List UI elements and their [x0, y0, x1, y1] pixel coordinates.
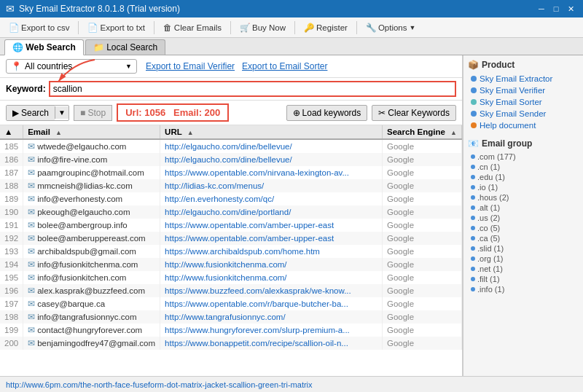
email-group-title: 📧 Email group — [468, 138, 579, 149]
row-url: https://www.opentable.com/nirvana-lexing… — [160, 166, 383, 179]
table-row[interactable]: 198 ✉info@tangrafusionnyc.com http://www… — [0, 310, 462, 324]
sort-icon: ▲ — [4, 128, 12, 136]
email-icon: ✉ — [28, 155, 35, 164]
product-dot — [471, 87, 477, 93]
email-group-item[interactable]: .slid (1) — [468, 243, 579, 254]
keyword-input[interactable] — [49, 81, 456, 97]
group-label: .io (1) — [477, 183, 498, 192]
product-item[interactable]: Sky Email Extractor — [468, 73, 579, 85]
table-row[interactable]: 188 ✉mmcneish@lidias-kc.com http://lidia… — [0, 179, 462, 192]
email-group-item[interactable]: .us (2) — [468, 213, 579, 223]
email-group-section: 📧 Email group .com (177).cn (1).edu (1).… — [468, 138, 579, 294]
row-email: ✉paamgroupinc@hotmail.com — [23, 166, 160, 179]
email-group-item[interactable]: .filt (1) — [468, 274, 579, 284]
group-dot — [471, 226, 475, 230]
col-url[interactable]: URL ▲ — [160, 125, 383, 139]
table-row[interactable]: 199 ✉contact@hungryforever.com https://w… — [0, 324, 462, 337]
table-body: 185 ✉wtwede@elgaucho.com http://elgaucho… — [0, 139, 462, 350]
email-group-item[interactable]: .info (1) — [468, 284, 579, 294]
group-label: .com (177) — [477, 152, 516, 161]
email-group-item[interactable]: .ca (5) — [468, 233, 579, 243]
email-group-item[interactable]: .cn (1) — [468, 162, 579, 172]
row-engine: Google — [382, 324, 461, 337]
load-keywords-button[interactable]: ⊕ Load keywords — [286, 105, 368, 121]
table-row[interactable]: 190 ✉pkeough@elgaucho.com http://elgauch… — [0, 205, 462, 219]
email-group-item[interactable]: .org (1) — [468, 254, 579, 264]
table-row[interactable]: 191 ✉bolee@ambergroup.info https://www.o… — [0, 219, 462, 232]
maximize-button[interactable]: □ — [549, 3, 563, 15]
table-row[interactable]: 187 ✉paamgroupinc@hotmail.com https://ww… — [0, 166, 462, 179]
tab-bar: 🌐 Web Search 📁 Local Search — [0, 38, 583, 55]
app-title: Sky Email Extractor 8.0.1.8 (Trial versi… — [19, 4, 180, 14]
product-item[interactable]: Help document — [468, 119, 579, 131]
row-engine: Google — [382, 153, 461, 166]
minimize-button[interactable]: ─ — [535, 3, 548, 15]
row-email: ✉alex.kasprak@buzzfeed.com — [23, 284, 160, 297]
group-label: .net (1) — [477, 264, 503, 273]
tab-local-search[interactable]: 📁 Local Search — [85, 39, 165, 55]
email-icon: ✉ — [28, 247, 35, 256]
clear-keywords-button[interactable]: ✂ Clear Keywords — [372, 105, 456, 121]
table-row[interactable]: 196 ✉alex.kasprak@buzzfeed.com https://w… — [0, 284, 462, 297]
export-csv-button[interactable]: 📄 Export to csv — [4, 21, 74, 34]
col-engine[interactable]: Search Engine ▲ — [382, 125, 461, 139]
email-group-item[interactable]: .hous (2) — [468, 192, 579, 203]
close-button[interactable]: ✕ — [564, 3, 577, 15]
product-dot — [471, 76, 477, 82]
email-group-item[interactable]: .com (177) — [468, 152, 579, 162]
table-row[interactable]: 185 ✉wtwede@elgaucho.com http://elgaucho… — [0, 139, 462, 153]
email-group-item[interactable]: .net (1) — [468, 264, 579, 274]
options-button[interactable]: 🔧 Options ▼ — [361, 21, 420, 34]
clear-emails-button[interactable]: 🗑 Clear Emails — [159, 22, 226, 34]
group-dot — [471, 256, 475, 261]
status-box: Url: 1056 Email: 200 — [117, 103, 229, 122]
buy-now-button[interactable]: 🛒 Buy Now — [235, 21, 290, 34]
row-url: http://www.tangrafusionnyc.com/ — [160, 310, 383, 324]
table-row[interactable]: 200 ✉benjamingodfrey47@gmail.com https:/… — [0, 337, 462, 350]
export-links: Export to Email Verifier Export to Email… — [146, 61, 327, 71]
email-icon: ✉ — [28, 313, 35, 321]
product-section: 📦 Product Sky Email ExtractorSky Email V… — [468, 60, 579, 131]
search-dropdown-button[interactable]: ▼ — [55, 106, 69, 119]
group-label: .cn (1) — [477, 162, 500, 171]
search-button[interactable]: ▶ Search — [7, 106, 55, 120]
row-url: https://www.hungryforever.com/slurp-prem… — [160, 324, 383, 337]
row-engine: Google — [382, 245, 461, 258]
table-row[interactable]: 194 ✉info@fusionkitchenma.com http://www… — [0, 258, 462, 271]
product-section-title: 📦 Product — [468, 60, 579, 70]
table-row[interactable]: 192 ✉bolee@amberuppereast.com https://ww… — [0, 232, 462, 245]
export-sorter-button[interactable]: Export to Email Sorter — [242, 61, 327, 71]
register-button[interactable]: 🔑 Register — [300, 21, 352, 34]
row-url: https://www.opentable.com/r/barque-butch… — [160, 297, 383, 310]
email-group-item[interactable]: .io (1) — [468, 182, 579, 192]
row-email: ✉contact@hungryforever.com — [23, 324, 160, 337]
row-email: ✉bolee@ambergroup.info — [23, 219, 160, 232]
row-num: 198 — [0, 310, 23, 324]
col-email[interactable]: Email ▲ — [23, 125, 160, 139]
table-row[interactable]: 195 ✉info@fusionkitchen.com http://www.f… — [0, 271, 462, 284]
table-row[interactable]: 186 ✉info@fire-vine.com http://elgaucho.… — [0, 153, 462, 166]
results-table-container[interactable]: ▲ Email ▲ URL ▲ Search Engine ▲ 185 ✉wtw… — [0, 125, 462, 376]
country-select[interactable]: 📍 All countries ▼ — [6, 59, 137, 74]
email-group-item[interactable]: .edu (1) — [468, 172, 579, 182]
tab-web-search[interactable]: 🌐 Web Search — [4, 39, 84, 55]
export-txt-button[interactable]: 📄 Export to txt — [83, 21, 149, 34]
email-group-item[interactable]: .alt (1) — [468, 203, 579, 213]
product-item[interactable]: Sky Email Sorter — [468, 96, 579, 108]
row-email: ✉pkeough@elgaucho.com — [23, 205, 160, 219]
export-csv-icon: 📄 — [9, 23, 19, 33]
product-item[interactable]: Sky Email Sender — [468, 108, 579, 119]
email-icon: ✉ — [28, 286, 35, 295]
product-item[interactable]: Sky Email Verifier — [468, 85, 579, 96]
export-verifier-button[interactable]: Export to Email Verifier — [146, 61, 235, 71]
table-row[interactable]: 193 ✉archibaldspub@gmail.com https://www… — [0, 245, 462, 258]
table-row[interactable]: 197 ✉casey@barque.ca https://www.opentab… — [0, 297, 462, 310]
product-label: Sky Email Verifier — [480, 86, 545, 95]
location-icon: 📍 — [11, 61, 22, 71]
stop-button[interactable]: ■ Stop — [74, 105, 112, 121]
stop-icon: ■ — [80, 108, 85, 118]
web-search-icon: 🌐 — [12, 42, 23, 52]
table-row[interactable]: 189 ✉info@everhonesty.com http://en.ever… — [0, 192, 462, 205]
action-bar: ▶ Search ▼ ■ Stop Url: 1056 Email: 200 ⊕… — [0, 101, 462, 125]
email-group-item[interactable]: .co (5) — [468, 223, 579, 233]
